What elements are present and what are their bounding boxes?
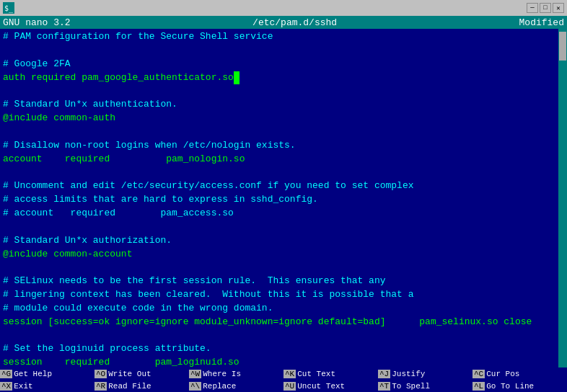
title-bar-controls: ─ □ ✕ bbox=[527, 3, 564, 13]
shortcut-label: Write Out bbox=[107, 370, 151, 378]
shortcut-item[interactable]: ^\Replace bbox=[189, 380, 284, 392]
shortcut-item[interactable]: ^TTo Spell bbox=[378, 380, 472, 392]
scrollbar[interactable] bbox=[558, 29, 567, 368]
editor-line: # SELinux needs to be the first session … bbox=[3, 275, 386, 286]
title-bar: $_ ─ □ ✕ bbox=[0, 0, 567, 16]
editor-content: # PAM configuration for the Secure Shell… bbox=[3, 30, 564, 368]
shortcut-label: Exit bbox=[12, 382, 32, 391]
shortcut-label: Uncut Text bbox=[296, 382, 345, 391]
shortcut-label: Cut Text bbox=[296, 370, 335, 378]
shortcut-item[interactable]: ^LGo To Line bbox=[472, 380, 567, 392]
shortcut-item[interactable]: ^UUncut Text bbox=[284, 380, 378, 392]
shortcut-label: Get Help bbox=[12, 370, 52, 378]
shortcut-item[interactable]: ^GGet Help bbox=[0, 368, 94, 380]
maximize-button[interactable]: □ bbox=[540, 3, 551, 13]
editor-line: auth required pam_google_authenticator.s… bbox=[3, 72, 239, 83]
nano-modified: Modified bbox=[519, 17, 564, 28]
shortcut-label: Cur Pos bbox=[485, 370, 519, 378]
editor-line: # Disallow non-root logins when /etc/nol… bbox=[3, 140, 296, 151]
editor-line: session required pam_loginuid.so bbox=[3, 357, 239, 368]
text-cursor bbox=[234, 71, 239, 85]
nano-version: GNU nano 3.2 bbox=[3, 17, 71, 28]
editor-line: account required pam_nologin.so bbox=[3, 153, 245, 164]
shortcut-key: ^O bbox=[94, 370, 107, 378]
shortcut-key: ^J bbox=[378, 370, 390, 378]
editor-line: @include common-auth bbox=[3, 112, 115, 123]
shortcut-key: ^W bbox=[189, 370, 201, 378]
shortcut-label: Go To Line bbox=[485, 382, 534, 391]
shortcut-label: To Spell bbox=[390, 382, 430, 391]
shortcut-row-1: ^GGet Help^OWrite Out^WWhere Is^KCut Tex… bbox=[0, 368, 567, 380]
editor-line: # Standard Un*x authorization. bbox=[3, 235, 172, 246]
shortcut-item[interactable]: ^RRead File bbox=[94, 380, 189, 392]
editor-line: # Standard Un*x authentication. bbox=[3, 99, 177, 110]
editor-line: # lingering context has been cleared. Wi… bbox=[3, 289, 414, 300]
shortcut-key: ^X bbox=[0, 382, 12, 391]
shortcut-item[interactable]: ^KCut Text bbox=[284, 368, 378, 380]
editor-line: # Set the loginuid process attribute. bbox=[3, 343, 211, 354]
editor-line: # account required pam_access.so bbox=[3, 208, 234, 218]
footer-shortcuts: ^GGet Help^OWrite Out^WWhere Is^KCut Tex… bbox=[0, 368, 567, 392]
shortcut-key: ^L bbox=[472, 382, 485, 391]
nano-header: GNU nano 3.2 /etc/pam.d/sshd Modified bbox=[0, 16, 567, 29]
shortcut-key: ^C bbox=[472, 370, 485, 378]
shortcut-item[interactable]: ^CCur Pos bbox=[472, 368, 567, 380]
shortcut-row-2: ^XExit^RRead File^\Replace^UUncut Text^T… bbox=[0, 380, 567, 392]
editor-line: # access limits that are hard to express… bbox=[3, 194, 318, 205]
terminal-icon: $_ bbox=[3, 2, 14, 14]
shortcut-label: Read File bbox=[107, 382, 151, 391]
nano-filename: /etc/pam.d/sshd bbox=[252, 17, 337, 28]
editor-area[interactable]: # PAM configuration for the Secure Shell… bbox=[0, 29, 567, 368]
scrollbar-thumb[interactable] bbox=[559, 32, 566, 61]
svg-text:$_: $_ bbox=[4, 4, 14, 13]
shortcut-key: ^G bbox=[0, 370, 12, 378]
shortcut-key: ^R bbox=[94, 382, 107, 391]
editor-line: @include common-account bbox=[3, 249, 132, 259]
shortcut-item[interactable]: ^JJustify bbox=[378, 368, 472, 380]
close-button[interactable]: ✕ bbox=[553, 3, 564, 13]
shortcut-item[interactable]: ^XExit bbox=[0, 380, 94, 392]
editor-line: # Google 2FA bbox=[3, 58, 71, 69]
shortcut-label: Replace bbox=[201, 382, 236, 391]
title-bar-left: $_ bbox=[3, 2, 14, 14]
shortcut-key: ^K bbox=[284, 370, 296, 378]
shortcut-item[interactable]: ^OWrite Out bbox=[94, 368, 189, 380]
shortcut-label: Justify bbox=[390, 370, 425, 378]
shortcut-label: Where Is bbox=[201, 370, 241, 378]
shortcut-key: ^U bbox=[284, 382, 296, 391]
shortcut-key: ^T bbox=[378, 382, 390, 391]
shortcut-key: ^\ bbox=[189, 382, 201, 391]
minimize-button[interactable]: ─ bbox=[527, 3, 538, 13]
shortcut-item[interactable]: ^WWhere Is bbox=[189, 368, 284, 380]
editor-line: session [success=ok ignore=ignore module… bbox=[3, 316, 532, 327]
editor-line: # Uncomment and edit /etc/security/acces… bbox=[3, 180, 414, 191]
editor-line: # module could execute code in the wrong… bbox=[3, 303, 273, 313]
editor-line: # PAM configuration for the Secure Shell… bbox=[3, 31, 273, 42]
